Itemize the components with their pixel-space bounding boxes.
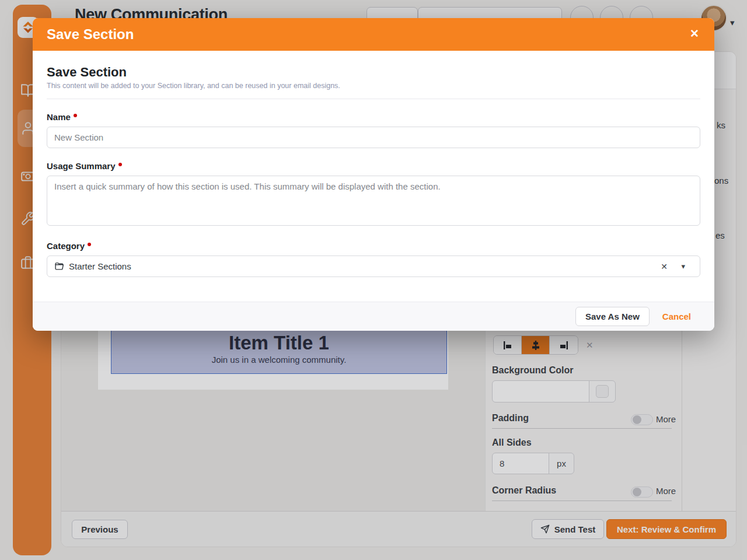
modal-header: Save Section ✕ <box>33 18 714 51</box>
cancel-button[interactable]: Cancel <box>662 312 691 321</box>
category-selected-value: Starter Sections <box>69 261 131 271</box>
modal-heading: Save Section <box>47 65 700 80</box>
usage-summary-label-text: Usage Summary <box>47 161 116 171</box>
close-icon[interactable]: ✕ <box>690 27 699 40</box>
required-dot <box>74 114 77 117</box>
required-dot <box>88 243 91 246</box>
modal-footer: Save As New Cancel <box>33 302 714 331</box>
modal-body: Save Section This content will be added … <box>47 51 700 277</box>
usage-summary-textarea[interactable] <box>47 176 700 226</box>
required-dot <box>118 163 122 166</box>
category-label-text: Category <box>47 241 85 251</box>
divider <box>47 99 700 99</box>
category-label: Category <box>47 241 700 251</box>
name-label: Name <box>47 112 700 122</box>
modal-title: Save Section <box>47 26 134 43</box>
usage-summary-label: Usage Summary <box>47 161 700 171</box>
name-label-text: Name <box>47 112 71 122</box>
category-clear-icon[interactable]: ✕ <box>661 262 668 271</box>
save-as-new-label: Save As New <box>585 312 640 321</box>
modal-subheading: This content will be added to your Secti… <box>47 82 700 90</box>
name-input[interactable] <box>47 127 700 148</box>
save-section-modal: Save Section ✕ Save Section This content… <box>33 18 714 331</box>
chevron-down-icon[interactable]: ▾ <box>681 262 685 271</box>
folder-open-icon <box>54 261 64 271</box>
save-as-new-button[interactable]: Save As New <box>575 307 650 326</box>
category-select[interactable]: Starter Sections ✕ ▾ <box>47 256 700 277</box>
